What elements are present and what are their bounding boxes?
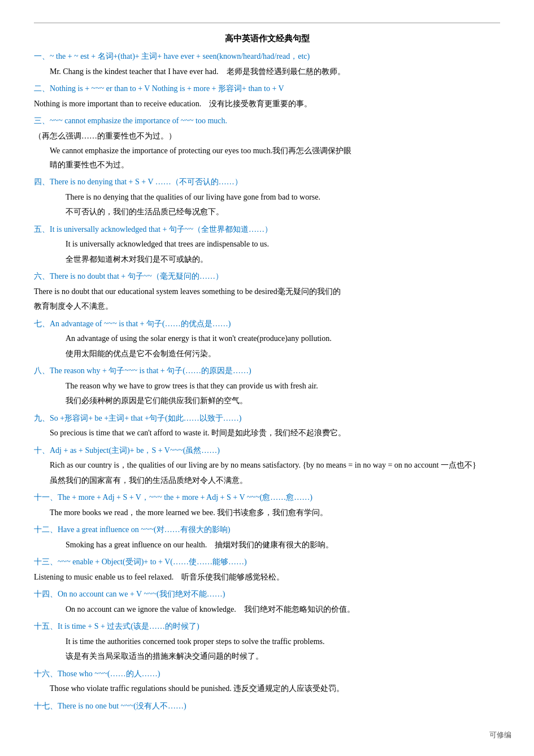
s2-en: Nothing is more important than to receiv… <box>34 100 201 108</box>
s3-sub: （再怎么强调……的重要性也不为过。） <box>34 132 176 140</box>
s7-header: 七、An advantage of ~~~ is that + 句子(……的优点… <box>34 319 231 328</box>
section-16: 十六、Those who ~~~(……的人……) Those who viola… <box>34 667 500 696</box>
s13-en1: Listening to music enable us to feel rel… <box>34 573 173 581</box>
s9-header: 九、So +形容词+ be +主词+ that +句子(如此……以致于……) <box>34 414 241 422</box>
s2-zh: 没有比接受教育更重要的事。 <box>209 100 312 108</box>
section-12: 十二、Have a great influence on ~~~(对……有很大的… <box>34 523 500 552</box>
s15-en1: It is time the authorities concerned too… <box>66 637 325 646</box>
section-3: 三、~~~ cannot emphasize the importance of… <box>34 114 500 172</box>
s14-en1: On no account can we ignore the value of… <box>66 605 236 614</box>
s6-header: 六、There is no doubt that + 句子~~（毫无疑问的……） <box>34 272 223 280</box>
s6-zh2: 教育制度令人不满意。 <box>34 302 113 310</box>
s17-header: 十七、There is no one but ~~~(没有人不……) <box>34 702 186 710</box>
s16-zh1: 违反交通规定的人应该受处罚。 <box>233 684 344 693</box>
watermark: 可修编 <box>489 730 511 740</box>
s10-en1: Rich as our country is，the qualities of … <box>50 461 476 469</box>
s6-zh1: 毫无疑问的我们的 <box>277 287 341 296</box>
s8-header: 八、The reason why + 句子~~~ is that + 句子(……… <box>34 366 251 375</box>
s8-en1: The reason why we have to grow trees is … <box>66 382 318 390</box>
page-title: 高中英语作文经典句型 <box>34 33 500 44</box>
section-17: 十七、There is no one but ~~~(没有人不……) <box>34 699 500 714</box>
s11-header: 十一、The + more + Adj + S + V，~~~ the + mo… <box>34 493 312 502</box>
s9-zh1: 时间是如此珍贵，我们经不起浪费它。 <box>211 429 346 437</box>
s9-en1: So precious is time that we can't afford… <box>50 429 211 437</box>
s11-en1: The more books we read，the more learned … <box>50 508 217 517</box>
s15-header: 十五、It is time + S + 过去式(该是……的时候了) <box>34 622 199 630</box>
s4-zh1: 不可否认的，我们的生活品质已经每况愈下。 <box>66 208 224 216</box>
section-13: 十三、~~~ enable + Object(受词)+ to + V(……使……… <box>34 555 500 584</box>
section-15: 十五、It is time + S + 过去式(该是……的时候了) It is … <box>34 620 500 664</box>
s1-header: 一、~ the + ~ est + 名词+(that)+ 主词+ have ev… <box>34 52 310 61</box>
top-divider <box>34 23 500 23</box>
section-4: 四、There is no denying that + S + V ……（不可… <box>34 175 500 219</box>
s3-header: 三、~~~ cannot emphasize the importance of… <box>34 116 227 125</box>
s14-zh1: 我们绝对不能忽略知识的价值。 <box>244 605 355 614</box>
s1-zh: 老师是我曾经遇到最仁慈的教师。 <box>227 67 345 76</box>
s12-zh1: 抽烟对我们的健康有很大的影响。 <box>215 541 333 549</box>
section-8: 八、The reason why + 句子~~~ is that + 句子(……… <box>34 364 500 408</box>
s7-zh1: 使用太阳能的优点是它不会制造任何污染。 <box>66 349 216 358</box>
s2-header: 二、Nothing is + ~~~ er than to + V Nothin… <box>34 84 284 93</box>
s8-zh1: 我们必须种树的原因是它们能供应我们新鲜的空气。 <box>66 396 248 405</box>
s15-zh1: 该是有关当局采取适当的措施来解决交通问题的时候了。 <box>66 652 263 660</box>
s6-en1: There is no doubt that our educational s… <box>34 287 277 296</box>
section-2: 二、Nothing is + ~~~ er than to + V Nothin… <box>34 82 500 111</box>
section-7: 七、An advantage of ~~~ is that + 句子(……的优点… <box>34 317 500 361</box>
section-14: 十四、On no account can we + V ~~~(我们绝对不能……… <box>34 587 500 616</box>
section-5: 五、It is universally acknowledged that + … <box>34 223 500 267</box>
s4-en1: There is no denying that the qualities o… <box>66 193 320 201</box>
s14-header: 十四、On no account can we + V ~~~(我们绝对不能……… <box>34 590 225 598</box>
section-11: 十一、The + more + Adj + S + V，~~~ the + mo… <box>34 491 500 520</box>
s5-header: 五、It is universally acknowledged that + … <box>34 225 272 234</box>
section-9: 九、So +形容词+ be +主词+ that +句子(如此……以致于……) S… <box>34 412 500 440</box>
s11-zh1: 我们书读愈多，我们愈有学问。 <box>217 508 328 517</box>
s12-header: 十二、Have a great influence on ~~~(对……有很大的… <box>34 525 230 534</box>
s16-en1: Those who violate traffic regulations sh… <box>50 684 232 693</box>
s10-header: 十、Adj + as + Subject(主词)+ be，S + V~~~(虽然… <box>34 446 220 455</box>
s3-en: We cannot emphasize the importance of pr… <box>50 146 272 155</box>
s13-header: 十三、~~~ enable + Object(受词)+ to + V(……使……… <box>34 558 247 566</box>
s13-zh1: 听音乐使我们能够感觉轻松。 <box>181 573 284 581</box>
s5-zh1: 全世界都知道树木对我们是不可或缺的。 <box>66 255 208 263</box>
s1-en: Mr. Chang is the kindest teacher that I … <box>50 67 219 76</box>
page: 高中英语作文经典句型 一、~ the + ~ est + 名词+(that)+ … <box>0 0 534 750</box>
section-1: 一、~ the + ~ est + 名词+(that)+ 主词+ have ev… <box>34 50 500 79</box>
section-6: 六、There is no doubt that + 句子~~（毫无疑问的……）… <box>34 270 500 314</box>
s10-zh1: 虽然我们的国家富有，我们的生活品质绝对令人不满意。 <box>50 476 248 485</box>
section-10: 十、Adj + as + Subject(主词)+ be，S + V~~~(虽然… <box>34 444 500 488</box>
s12-en1: Smoking has a great influence on our hea… <box>66 541 207 549</box>
s16-header: 十六、Those who ~~~(……的人……) <box>34 669 160 678</box>
s4-header: 四、There is no denying that + S + V ……（不可… <box>34 178 242 186</box>
s5-en1: It is universally acknowledged that tree… <box>66 240 269 248</box>
s7-en1: An advantage of using the solar energy i… <box>66 334 332 343</box>
